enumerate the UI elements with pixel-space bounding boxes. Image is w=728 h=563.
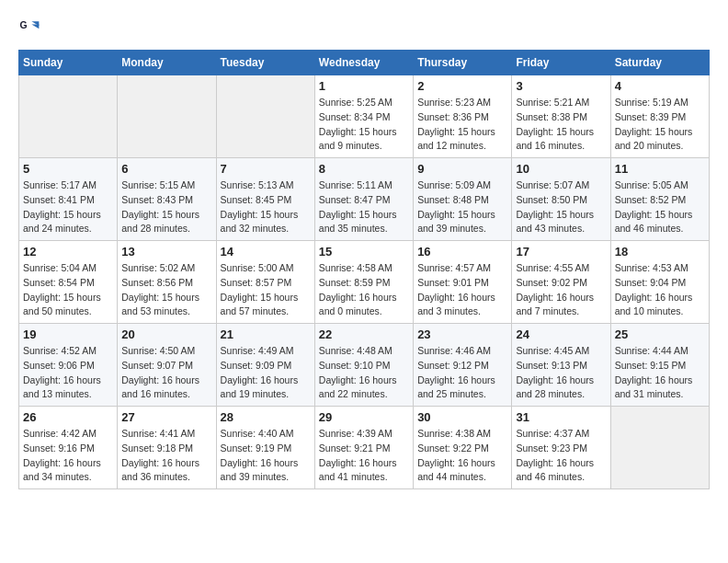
day-info: Sunrise: 4:39 AMSunset: 9:21 PMDaylight:… — [319, 427, 409, 485]
calendar-cell: 28Sunrise: 4:40 AMSunset: 9:19 PMDayligh… — [216, 407, 314, 489]
calendar-cell — [216, 75, 314, 158]
day-info: Sunrise: 5:05 AMSunset: 8:52 PMDaylight:… — [615, 178, 705, 236]
day-info: Sunrise: 5:17 AMSunset: 8:41 PMDaylight:… — [23, 178, 113, 236]
day-number: 13 — [121, 245, 211, 259]
day-info: Sunrise: 5:04 AMSunset: 8:54 PMDaylight:… — [23, 261, 113, 319]
weekday-header: Tuesday — [216, 51, 314, 75]
calendar-cell: 26Sunrise: 4:42 AMSunset: 9:16 PMDayligh… — [19, 407, 118, 489]
calendar-week-row: 12Sunrise: 5:04 AMSunset: 8:54 PMDayligh… — [19, 241, 710, 324]
calendar-cell: 24Sunrise: 4:45 AMSunset: 9:13 PMDayligh… — [512, 324, 610, 407]
calendar-cell: 27Sunrise: 4:41 AMSunset: 9:18 PMDayligh… — [118, 407, 216, 489]
calendar-cell: 1Sunrise: 5:25 AMSunset: 8:34 PMDaylight… — [314, 75, 413, 158]
calendar-cell — [610, 407, 709, 489]
svg-marker-2 — [31, 24, 39, 29]
day-number: 28 — [221, 410, 311, 424]
day-info: Sunrise: 4:52 AMSunset: 9:06 PMDaylight:… — [23, 344, 113, 402]
day-number: 22 — [319, 327, 409, 341]
day-number: 2 — [417, 79, 507, 93]
weekday-header: Saturday — [610, 51, 709, 75]
day-info: Sunrise: 5:13 AMSunset: 8:45 PMDaylight:… — [221, 178, 311, 236]
day-number: 18 — [615, 245, 705, 259]
day-info: Sunrise: 4:45 AMSunset: 9:13 PMDaylight:… — [516, 344, 606, 402]
calendar-cell: 23Sunrise: 4:46 AMSunset: 9:12 PMDayligh… — [414, 324, 512, 407]
calendar-cell: 5Sunrise: 5:17 AMSunset: 8:41 PMDaylight… — [19, 158, 118, 241]
day-number: 20 — [121, 327, 211, 341]
day-number: 4 — [615, 79, 705, 93]
logo: G — [18, 18, 44, 40]
calendar-week-row: 26Sunrise: 4:42 AMSunset: 9:16 PMDayligh… — [19, 407, 710, 489]
day-number: 30 — [417, 410, 507, 424]
calendar-cell: 4Sunrise: 5:19 AMSunset: 8:39 PMDaylight… — [610, 75, 709, 158]
calendar-week-row: 5Sunrise: 5:17 AMSunset: 8:41 PMDaylight… — [19, 158, 710, 241]
day-number: 1 — [319, 79, 409, 93]
day-info: Sunrise: 5:11 AMSunset: 8:47 PMDaylight:… — [319, 178, 409, 236]
day-number: 3 — [516, 79, 606, 93]
calendar-week-row: 1Sunrise: 5:25 AMSunset: 8:34 PMDaylight… — [19, 75, 710, 158]
calendar-cell: 15Sunrise: 4:58 AMSunset: 8:59 PMDayligh… — [314, 241, 413, 324]
weekday-header: Monday — [118, 51, 216, 75]
weekday-header: Sunday — [19, 51, 118, 75]
day-info: Sunrise: 4:46 AMSunset: 9:12 PMDaylight:… — [417, 344, 507, 402]
day-info: Sunrise: 5:15 AMSunset: 8:43 PMDaylight:… — [121, 178, 211, 236]
calendar-cell: 2Sunrise: 5:23 AMSunset: 8:36 PMDaylight… — [414, 75, 512, 158]
calendar-cell: 20Sunrise: 4:50 AMSunset: 9:07 PMDayligh… — [118, 324, 216, 407]
page-header: G — [18, 18, 710, 40]
day-number: 29 — [319, 410, 409, 424]
day-number: 26 — [23, 410, 113, 424]
day-info: Sunrise: 5:23 AMSunset: 8:36 PMDaylight:… — [417, 96, 507, 154]
svg-text:G: G — [20, 20, 28, 30]
day-info: Sunrise: 5:21 AMSunset: 8:38 PMDaylight:… — [516, 96, 606, 154]
calendar-cell: 14Sunrise: 5:00 AMSunset: 8:57 PMDayligh… — [216, 241, 314, 324]
calendar-cell: 7Sunrise: 5:13 AMSunset: 8:45 PMDaylight… — [216, 158, 314, 241]
calendar-cell: 8Sunrise: 5:11 AMSunset: 8:47 PMDaylight… — [314, 158, 413, 241]
calendar-cell — [19, 75, 118, 158]
day-number: 27 — [121, 410, 211, 424]
day-info: Sunrise: 5:25 AMSunset: 8:34 PMDaylight:… — [319, 96, 409, 154]
calendar-cell: 16Sunrise: 4:57 AMSunset: 9:01 PMDayligh… — [414, 241, 512, 324]
day-number: 19 — [23, 327, 113, 341]
calendar-cell: 25Sunrise: 4:44 AMSunset: 9:15 PMDayligh… — [610, 324, 709, 407]
day-info: Sunrise: 4:42 AMSunset: 9:16 PMDaylight:… — [23, 427, 113, 485]
day-number: 12 — [23, 245, 113, 259]
day-info: Sunrise: 5:07 AMSunset: 8:50 PMDaylight:… — [516, 178, 606, 236]
day-number: 25 — [615, 327, 705, 341]
day-info: Sunrise: 4:40 AMSunset: 9:19 PMDaylight:… — [221, 427, 311, 485]
calendar-cell: 22Sunrise: 4:48 AMSunset: 9:10 PMDayligh… — [314, 324, 413, 407]
calendar-cell: 29Sunrise: 4:39 AMSunset: 9:21 PMDayligh… — [314, 407, 413, 489]
day-number: 9 — [417, 162, 507, 176]
day-info: Sunrise: 4:48 AMSunset: 9:10 PMDaylight:… — [319, 344, 409, 402]
calendar-cell: 3Sunrise: 5:21 AMSunset: 8:38 PMDaylight… — [512, 75, 610, 158]
day-number: 11 — [615, 162, 705, 176]
day-info: Sunrise: 4:49 AMSunset: 9:09 PMDaylight:… — [221, 344, 311, 402]
weekday-header: Thursday — [414, 51, 512, 75]
calendar-week-row: 19Sunrise: 4:52 AMSunset: 9:06 PMDayligh… — [19, 324, 710, 407]
day-info: Sunrise: 4:57 AMSunset: 9:01 PMDaylight:… — [417, 261, 507, 319]
day-number: 15 — [319, 245, 409, 259]
day-info: Sunrise: 4:37 AMSunset: 9:23 PMDaylight:… — [516, 427, 606, 485]
day-info: Sunrise: 4:44 AMSunset: 9:15 PMDaylight:… — [615, 344, 705, 402]
day-number: 17 — [516, 245, 606, 259]
calendar-cell: 19Sunrise: 4:52 AMSunset: 9:06 PMDayligh… — [19, 324, 118, 407]
day-number: 31 — [516, 410, 606, 424]
day-info: Sunrise: 5:19 AMSunset: 8:39 PMDaylight:… — [615, 96, 705, 154]
day-number: 16 — [417, 245, 507, 259]
day-number: 14 — [221, 245, 311, 259]
day-number: 21 — [221, 327, 311, 341]
calendar-cell — [118, 75, 216, 158]
calendar-cell: 11Sunrise: 5:05 AMSunset: 8:52 PMDayligh… — [610, 158, 709, 241]
day-info: Sunrise: 4:55 AMSunset: 9:02 PMDaylight:… — [516, 261, 606, 319]
calendar-cell: 10Sunrise: 5:07 AMSunset: 8:50 PMDayligh… — [512, 158, 610, 241]
calendar-cell: 18Sunrise: 4:53 AMSunset: 9:04 PMDayligh… — [610, 241, 709, 324]
day-info: Sunrise: 4:53 AMSunset: 9:04 PMDaylight:… — [615, 261, 705, 319]
calendar-table: SundayMondayTuesdayWednesdayThursdayFrid… — [18, 50, 710, 489]
day-number: 7 — [221, 162, 311, 176]
day-number: 24 — [516, 327, 606, 341]
calendar-cell: 6Sunrise: 5:15 AMSunset: 8:43 PMDaylight… — [118, 158, 216, 241]
calendar-cell: 9Sunrise: 5:09 AMSunset: 8:48 PMDaylight… — [414, 158, 512, 241]
day-info: Sunrise: 4:50 AMSunset: 9:07 PMDaylight:… — [121, 344, 211, 402]
day-number: 6 — [121, 162, 211, 176]
weekday-header: Friday — [512, 51, 610, 75]
day-info: Sunrise: 5:09 AMSunset: 8:48 PMDaylight:… — [417, 178, 507, 236]
weekday-header: Wednesday — [314, 51, 413, 75]
day-number: 10 — [516, 162, 606, 176]
